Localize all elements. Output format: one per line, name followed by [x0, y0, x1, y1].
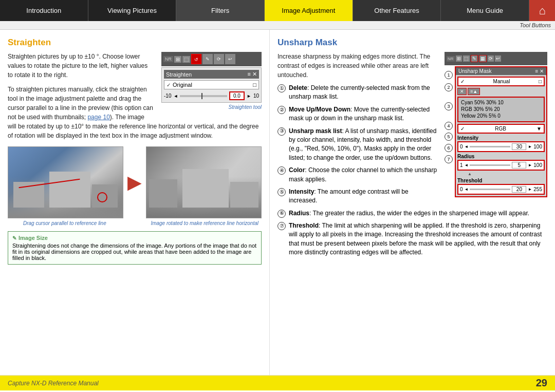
panel-title: Straighten [166, 71, 192, 78]
page-link[interactable]: page 10 [87, 114, 109, 121]
nav-filters[interactable]: Filters [176, 0, 265, 21]
note-title: ✎ Image Size [12, 235, 257, 241]
nav-introduction[interactable]: Introduction [0, 0, 88, 21]
radius-track[interactable] [470, 164, 510, 166]
nav-bar: Introduction Viewing Pictures Filters Im… [0, 0, 555, 21]
intensity-slider[interactable]: 0 ◄ 30 ► 100 [457, 141, 545, 152]
term-7: Threshold [289, 222, 319, 229]
um-list-item-3[interactable]: Yellow 20% 5% 0 [460, 113, 542, 119]
um-list-item-2[interactable]: RGB 30% 5% 20 [460, 106, 542, 113]
slider-row: -10 ◄ 0.0 ► 10 [164, 91, 259, 100]
unsharp-panel-area: NR ⊞ ⬚ ✎ ▦ ⟳ ↩ 1 2 [445, 52, 547, 197]
threshold-track[interactable] [470, 189, 510, 190]
um-label-1: 1 [445, 71, 453, 79]
intensity-track[interactable] [470, 146, 510, 147]
radius-value[interactable]: 5 [512, 162, 526, 169]
num-5: ⑤ [278, 188, 286, 196]
footer: Capture NX-D Reference Manual 29 [0, 375, 555, 390]
num-6: ⑥ [278, 210, 286, 218]
um-up-btn[interactable]: ≡▲ [468, 88, 480, 95]
threshold-right-arrow: ► [528, 187, 532, 192]
list-item-5: ⑤ Intensity: The amount edge contrast wi… [278, 188, 438, 206]
list-item-3: ③ Unsharp mask list: A list of unsharp m… [278, 127, 438, 163]
label-2-spacer: 2 [445, 82, 453, 92]
um-label-2: 2 [445, 83, 453, 91]
radius-max: 100 [533, 162, 542, 168]
um-dropdown-label: Manual [493, 79, 510, 84]
radius-slider[interactable]: 1 ◄ 5 ► 100 [457, 160, 545, 171]
toolbar-icon1: ⊞ [174, 56, 181, 63]
nav-other-features[interactable]: Other Features [353, 0, 441, 21]
intensity-label: Intensity [457, 135, 545, 141]
radius-left-arrow: ◄ [465, 163, 469, 167]
nav-image-adjustment[interactable]: Image Adjustment [265, 0, 353, 21]
label-7-spacer: 7 [445, 153, 453, 164]
page-number: 29 [536, 377, 547, 389]
left-panel: Straighten NR ⊞ ⬚ ↺ ✎ ⟳ ↩ Straighten ≡ ✕… [0, 30, 270, 375]
list-item-6: ⑥ Radius: The greater the radius, the wi… [278, 209, 547, 218]
panel-dropdown[interactable]: ✓ Original □ [164, 80, 259, 89]
caption-left: Drag cursor parallel to reference line [8, 220, 122, 226]
right-panel: Unsharp Mask NR ⊞ ⬚ ✎ ▦ ⟳ ↩ 1 [270, 30, 555, 375]
image-size-note: ✎ Image Size Straightening does not chan… [8, 231, 262, 265]
dropdown-label: Original [173, 82, 192, 88]
num-4: ④ [278, 166, 286, 175]
um-panel: Unsharp Mask ≡ ✕ ✓ Manual □ ✕ ≡▲ [455, 66, 547, 197]
toolbar-straighten-active: ↺ [191, 54, 201, 64]
term-4: Color [289, 166, 305, 174]
nav-menu-guide[interactable]: Menu Guide [441, 0, 529, 21]
footer-left-text: Capture NX-D Reference Manual [8, 380, 99, 387]
intensity-left-arrow: ◄ [465, 144, 469, 149]
um-dropdown[interactable]: ✓ Manual □ [457, 77, 545, 86]
intensity-value[interactable]: 30 [512, 143, 526, 150]
threshold-section: Threshold 0 ◄ 20 ► 255 [457, 178, 545, 195]
toolbar-icon2: ⬚ [182, 56, 190, 63]
um-list: Cyan 50% 30% 10 RGB 30% 5% 20 Yellow 20%… [457, 97, 545, 122]
radius-min: 1 [460, 162, 463, 168]
photos-captions: Drag cursor parallel to reference line I… [8, 220, 262, 226]
um-tool2: ▦ [479, 55, 487, 62]
um-panel-with-labels: 1 2 3 4 5 6 [445, 66, 547, 197]
label-6-spacer: 6 [445, 142, 453, 153]
tool-buttons-label: Tool Buttons [520, 22, 551, 28]
threshold-slider[interactable]: 0 ◄ 20 ► 255 [457, 184, 545, 195]
um-label-6: 6 [445, 144, 453, 152]
um-label-3: 3 [445, 102, 453, 110]
unsharp-mask-title: Unsharp Mask [278, 38, 547, 48]
home-button[interactable]: ⌂ [529, 0, 555, 21]
um-labels-col: 1 2 3 4 5 6 [445, 66, 453, 197]
intensity-section: Intensity 0 ◄ 30 ► 100 [457, 135, 545, 152]
threshold-min: 0 [460, 186, 463, 192]
um-btn-row: ✕ ≡▲ [457, 88, 545, 95]
radius-section: Radius 1 ◄ 5 ► 100 ▲ [457, 154, 545, 176]
um-color-row[interactable]: ✓ RGB ▼ [457, 124, 545, 134]
label-5-spacer: 5 [445, 130, 453, 142]
um-icon1: ⊞ [456, 55, 462, 62]
um-active-tool: ✎ [471, 55, 478, 62]
um-toolbar: NR ⊞ ⬚ ✎ ▦ ⟳ ↩ [445, 52, 547, 65]
nav-viewing-pictures[interactable]: Viewing Pictures [88, 0, 177, 21]
num-2: ② [278, 106, 286, 114]
um-label-4: 4 [445, 122, 453, 130]
intensity-right-arrow: ► [528, 144, 532, 149]
straighten-caption: Straighten tool [161, 104, 262, 110]
tool-buttons-bar: Tool Buttons [0, 21, 555, 30]
list-item-2: ② Move Up/Move Down: Move the currently-… [278, 105, 438, 123]
photo-after [146, 146, 262, 218]
um-delete-btn[interactable]: ✕ [457, 88, 467, 95]
um-nr: NR [447, 56, 455, 62]
label-1-spacer: 1 [445, 67, 453, 82]
tool-toolbar: NR ⊞ ⬚ ↺ ✎ ⟳ ↩ [161, 52, 262, 66]
um-redo: ⟳ [488, 55, 494, 62]
slider-value[interactable]: 0.0 [229, 91, 245, 100]
um-label-7: 7 [445, 155, 453, 163]
term-1: Delete [289, 84, 307, 91]
term-2: Move Up/Move Down [289, 106, 350, 113]
intensity-max: 100 [533, 144, 542, 150]
um-list-item-1[interactable]: Cyan 50% 30% 10 [460, 99, 542, 106]
um-icon2: ⬚ [463, 55, 470, 62]
threshold-value[interactable]: 20 [512, 186, 526, 193]
slider-track[interactable] [180, 95, 227, 97]
list-item-7: ⑦ Threshold: The limit at which sharpeni… [278, 221, 547, 257]
label-3-spacer: 3 [445, 92, 453, 120]
